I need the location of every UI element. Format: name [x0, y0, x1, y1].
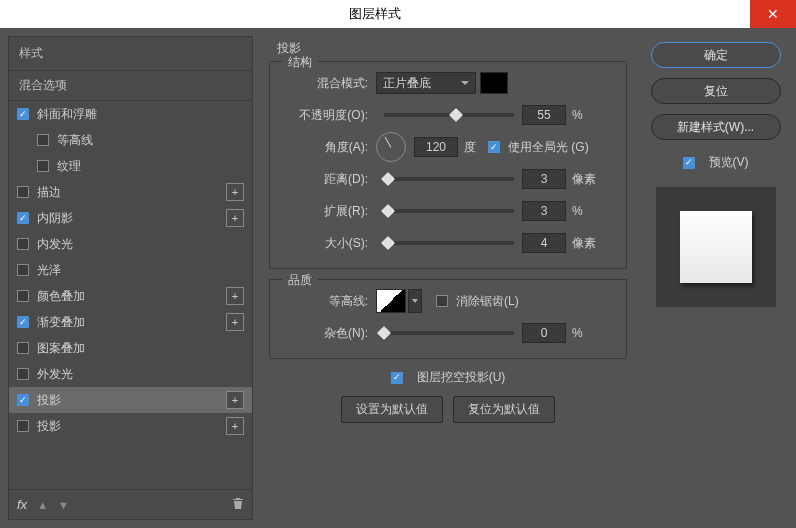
opacity-slider[interactable]: [384, 113, 514, 117]
distance-unit: 像素: [572, 171, 596, 188]
noise-input[interactable]: [522, 323, 566, 343]
style-label: 描边: [37, 184, 61, 201]
size-label: 大小(S):: [284, 235, 376, 252]
global-light-label: 使用全局光 (G): [508, 139, 589, 156]
structure-fieldset: 结构 混合模式: 正片叠底 不透明度(O): % 角度(A): 度 使用全局光 …: [269, 61, 627, 269]
style-checkbox[interactable]: [17, 212, 29, 224]
add-effect-button[interactable]: +: [226, 417, 244, 435]
angle-input[interactable]: [414, 137, 458, 157]
style-checkbox[interactable]: [17, 316, 29, 328]
style-label: 图案叠加: [37, 340, 85, 357]
style-label: 内阴影: [37, 210, 73, 227]
center-panel: 投影 结构 混合模式: 正片叠底 不透明度(O): % 角度(A): 度: [261, 36, 635, 520]
angle-dial[interactable]: [376, 132, 406, 162]
main-area: 样式 混合选项 斜面和浮雕等高线纹理描边+内阴影+内发光光泽颜色叠加+渐变叠加+…: [0, 28, 796, 528]
style-label: 外发光: [37, 366, 73, 383]
style-item-2[interactable]: 纹理: [9, 153, 252, 179]
close-button[interactable]: ✕: [750, 0, 796, 28]
preview-checkbox[interactable]: [683, 157, 695, 169]
structure-legend: 结构: [282, 54, 318, 71]
style-checkbox[interactable]: [17, 368, 29, 380]
cancel-button[interactable]: 复位: [651, 78, 781, 104]
distance-slider[interactable]: [384, 177, 514, 181]
style-item-6[interactable]: 光泽: [9, 257, 252, 283]
titlebar: 图层样式 ✕: [0, 0, 796, 28]
knockout-checkbox[interactable]: [391, 372, 403, 384]
angle-label: 角度(A):: [284, 139, 376, 156]
style-checkbox[interactable]: [17, 264, 29, 276]
spread-label: 扩展(R):: [284, 203, 376, 220]
style-item-5[interactable]: 内发光: [9, 231, 252, 257]
style-checkbox[interactable]: [17, 238, 29, 250]
contour-dropdown[interactable]: [408, 289, 422, 313]
arrow-up-icon[interactable]: ▲: [37, 499, 48, 511]
spread-input[interactable]: [522, 201, 566, 221]
preview-label: 预览(V): [709, 154, 749, 171]
style-list: 样式 混合选项 斜面和浮雕等高线纹理描边+内阴影+内发光光泽颜色叠加+渐变叠加+…: [8, 36, 253, 490]
antialias-checkbox[interactable]: [436, 295, 448, 307]
window-title: 图层样式: [0, 5, 750, 23]
style-item-10[interactable]: 外发光: [9, 361, 252, 387]
style-checkbox[interactable]: [17, 420, 29, 432]
size-input[interactable]: [522, 233, 566, 253]
quality-fieldset: 品质 等高线: 消除锯齿(L) 杂色(N): %: [269, 279, 627, 359]
add-effect-button[interactable]: +: [226, 183, 244, 201]
preview-swatch: [680, 211, 752, 283]
add-effect-button[interactable]: +: [226, 287, 244, 305]
quality-legend: 品质: [282, 272, 318, 289]
opacity-input[interactable]: [522, 105, 566, 125]
style-checkbox[interactable]: [17, 108, 29, 120]
left-footer: fx ▲ ▼: [8, 490, 253, 520]
noise-slider[interactable]: [384, 331, 514, 335]
add-effect-button[interactable]: +: [226, 313, 244, 331]
style-item-12[interactable]: 投影+: [9, 413, 252, 439]
style-checkbox[interactable]: [17, 342, 29, 354]
styles-header: 样式: [9, 37, 252, 70]
fx-icon[interactable]: fx: [17, 497, 27, 512]
right-panel: 确定 复位 新建样式(W)... 预览(V): [643, 36, 788, 520]
style-item-7[interactable]: 颜色叠加+: [9, 283, 252, 309]
style-checkbox[interactable]: [37, 134, 49, 146]
style-label: 渐变叠加: [37, 314, 85, 331]
contour-preview[interactable]: [376, 289, 406, 313]
style-item-1[interactable]: 等高线: [9, 127, 252, 153]
style-checkbox[interactable]: [17, 394, 29, 406]
style-item-4[interactable]: 内阴影+: [9, 205, 252, 231]
add-effect-button[interactable]: +: [226, 391, 244, 409]
opacity-unit: %: [572, 108, 583, 122]
blend-mode-dropdown[interactable]: 正片叠底: [376, 72, 476, 94]
blend-options[interactable]: 混合选项: [9, 70, 252, 101]
section-title: 投影: [277, 40, 627, 57]
shadow-color-swatch[interactable]: [480, 72, 508, 94]
ok-button[interactable]: 确定: [651, 42, 781, 68]
restore-default-button[interactable]: 复位为默认值: [453, 396, 555, 423]
style-checkbox[interactable]: [17, 290, 29, 302]
style-label: 内发光: [37, 236, 73, 253]
distance-input[interactable]: [522, 169, 566, 189]
antialias-label: 消除锯齿(L): [456, 293, 519, 310]
add-effect-button[interactable]: +: [226, 209, 244, 227]
set-default-button[interactable]: 设置为默认值: [341, 396, 443, 423]
style-item-3[interactable]: 描边+: [9, 179, 252, 205]
style-label: 投影: [37, 418, 61, 435]
angle-unit: 度: [464, 139, 476, 156]
style-item-0[interactable]: 斜面和浮雕: [9, 101, 252, 127]
global-light-checkbox[interactable]: [488, 141, 500, 153]
size-unit: 像素: [572, 235, 596, 252]
left-panel: 样式 混合选项 斜面和浮雕等高线纹理描边+内阴影+内发光光泽颜色叠加+渐变叠加+…: [8, 36, 253, 520]
style-label: 斜面和浮雕: [37, 106, 97, 123]
arrow-down-icon[interactable]: ▼: [58, 499, 69, 511]
style-item-8[interactable]: 渐变叠加+: [9, 309, 252, 335]
style-item-11[interactable]: 投影+: [9, 387, 252, 413]
size-slider[interactable]: [384, 241, 514, 245]
spread-slider[interactable]: [384, 209, 514, 213]
new-style-button[interactable]: 新建样式(W)...: [651, 114, 781, 140]
style-checkbox[interactable]: [17, 186, 29, 198]
trash-icon[interactable]: [232, 496, 244, 513]
style-item-9[interactable]: 图案叠加: [9, 335, 252, 361]
style-label: 等高线: [57, 132, 93, 149]
contour-label: 等高线:: [284, 293, 376, 310]
blend-mode-label: 混合模式:: [284, 75, 376, 92]
style-label: 颜色叠加: [37, 288, 85, 305]
style-checkbox[interactable]: [37, 160, 49, 172]
